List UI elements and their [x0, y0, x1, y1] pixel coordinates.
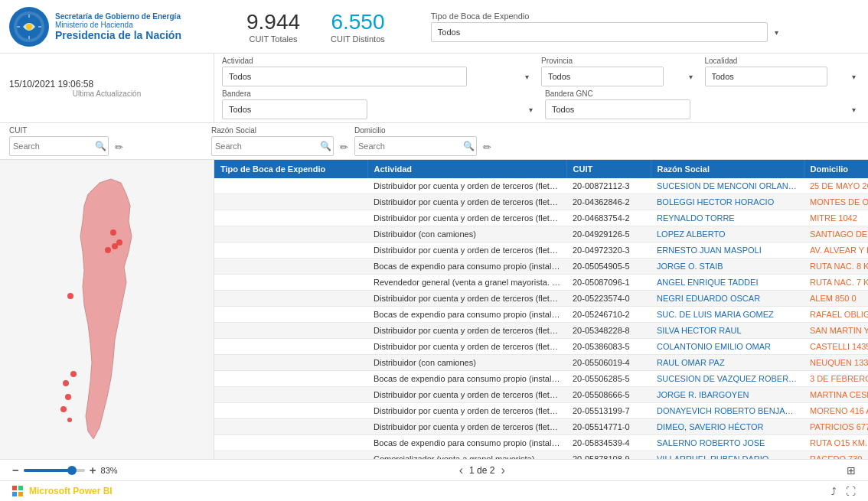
table-row: Bocas de expendio para consumo propio (i… — [214, 371, 868, 387]
cell-cuit: 20-05514771-0 — [566, 419, 651, 435]
zoom-thumb[interactable] — [67, 466, 77, 475]
localidad-label: Localidad — [705, 57, 861, 65]
cell-razon: RAUL OMAR PAZ — [651, 355, 804, 371]
cell-tipo — [214, 419, 367, 435]
datetime: 15/10/2021 19:06:58 — [9, 79, 204, 89]
provincia-select[interactable]: Todos — [541, 67, 664, 86]
cell-domicilio: MARTINA CESPEDES 240 0 — [804, 387, 868, 403]
cell-domicilio: ALEM 850 0 — [804, 291, 868, 307]
cell-cuit: 20-04929126-5 — [566, 226, 651, 242]
fullscreen-icon[interactable]: ⛶ — [846, 486, 856, 497]
cell-tipo — [214, 355, 367, 371]
cell-razon: REYNALDO TORRE — [651, 210, 804, 226]
zoom-controls: − + 83% — [12, 464, 118, 477]
provincia-dropdown-wrapper[interactable]: Todos — [541, 67, 697, 86]
cell-razon: LOPEZ ALBERTO — [651, 226, 804, 242]
cell-razon: SALERNO ROBERTO JOSE — [651, 435, 804, 451]
cell-actividad: Distribuidor por cuenta y orden de terce… — [367, 339, 566, 355]
cell-cuit: 20-05087096-1 — [566, 275, 651, 291]
col-tipo: Tipo de Boca de Expendio — [214, 160, 367, 178]
domicilio-search-input[interactable] — [358, 142, 462, 151]
cell-domicilio: RUTA O15 KM. 3 - OSVALDO MAGNA — [804, 435, 868, 451]
table-row: Distribuidor por cuenta y orden de terce… — [214, 419, 868, 435]
table-row: Distribuidor por cuenta y orden de terce… — [214, 242, 868, 259]
zoom-slider[interactable] — [24, 469, 85, 472]
col-razon: Razón Social — [651, 160, 804, 178]
cell-tipo — [214, 178, 367, 194]
cell-actividad: Bocas de expendio para consumo propio (i… — [367, 307, 566, 323]
actividad-dropdown-wrapper[interactable]: Todos — [222, 67, 534, 86]
bandera-dropdown-wrapper[interactable]: Todos — [222, 99, 537, 119]
table-row: Distribuidor por cuenta y orden de terce… — [214, 387, 868, 403]
bandera-gnc-select[interactable]: Todos — [545, 99, 690, 119]
cell-razon: ERNESTO JUAN MASPOLI — [651, 242, 804, 259]
cell-cuit: 20-04972320-3 — [566, 242, 651, 259]
edit-icon-razon[interactable]: ✏ — [340, 142, 348, 153]
cell-actividad: Bocas de expendio para consumo propio (i… — [367, 259, 566, 275]
cell-actividad: Distribuidor por cuenta y orden de terce… — [367, 210, 566, 226]
cell-razon: SILVA HECTOR RAUL — [651, 323, 804, 339]
powerbi-link[interactable]: Microsoft Power BI — [29, 486, 113, 496]
cell-cuit: 20-04683754-2 — [566, 210, 651, 226]
bandera-gnc-dropdown-wrapper[interactable]: Todos — [545, 99, 860, 119]
footer-icons: ⤴ ⛶ — [831, 486, 856, 497]
grid-view-icon[interactable]: ⊞ — [847, 464, 856, 477]
razon-search-wrapper[interactable]: 🔍 — [211, 136, 334, 156]
edit-icon-cuit[interactable]: ✏ — [115, 142, 123, 153]
edit-icon-domicilio[interactable]: ✏ — [483, 142, 491, 153]
windows-logo — [12, 486, 23, 496]
svg-point-13 — [67, 418, 72, 422]
cuit-search-input[interactable] — [13, 142, 93, 151]
cell-actividad: Distribuidor (con camiones) — [367, 355, 566, 371]
col-cuit: CUIT — [566, 160, 651, 178]
cell-razon: VILLARRUEL RUBEN DARIO — [651, 451, 804, 460]
actividad-select[interactable]: Todos — [222, 67, 467, 86]
bandera-select[interactable]: Todos — [222, 99, 367, 119]
cell-cuit: 20-05506285-5 — [566, 371, 651, 387]
table-row: Bocas de expendio para consumo propio (i… — [214, 435, 868, 451]
bandera-label: Bandera — [222, 89, 537, 98]
cell-tipo — [214, 339, 367, 355]
table-row: Distribuidor por cuenta y orden de terce… — [214, 403, 868, 419]
data-table: Tipo de Boca de Expendio Actividad CUIT … — [214, 160, 868, 459]
table-row: Distribuidor por cuenta y orden de terce… — [214, 178, 868, 194]
localidad-dropdown-wrapper[interactable]: Todos — [705, 67, 861, 86]
domicilio-search-wrapper[interactable]: 🔍 — [354, 136, 477, 156]
prev-page-btn[interactable]: ‹ — [459, 464, 463, 477]
bandera-gnc-label: Bandera GNC — [545, 89, 860, 98]
razon-search-label: Razón Social — [211, 126, 334, 135]
localidad-select[interactable]: Todos — [705, 67, 827, 86]
cell-domicilio: MONTES DE OCA 345 7°P DTO. B 0 — [804, 194, 868, 210]
zoom-minus-btn[interactable]: − — [12, 464, 19, 477]
cell-razon: JORGE O. STAIB — [651, 259, 804, 275]
svg-point-4 — [110, 229, 116, 236]
cell-tipo — [214, 259, 367, 275]
cell-actividad: Distribuidor por cuenta y orden de terce… — [367, 403, 566, 419]
map-panel — [0, 160, 214, 459]
table-row: Revendedor general (venta a granel mayor… — [214, 275, 868, 291]
share-icon[interactable]: ⤴ — [831, 486, 837, 497]
tipo-boca-dropdown-wrapper[interactable]: Todos — [431, 22, 783, 42]
next-page-btn[interactable]: › — [501, 464, 504, 477]
table-row: Distribuidor (con camiones) 20-04929126-… — [214, 226, 868, 242]
cell-actividad: Bocas de expendio para consumo propio (i… — [367, 371, 566, 387]
cuit-search-wrapper[interactable]: 🔍 — [9, 136, 109, 156]
cuit-search-label: CUIT — [9, 126, 109, 135]
tipo-boca-select[interactable]: Todos — [431, 22, 768, 42]
zoom-plus-btn[interactable]: + — [90, 464, 96, 477]
gov-title: Secretaría de Gobierno de Energía Minist… — [55, 12, 181, 41]
cell-razon: NEGRI EDUARDO OSCAR — [651, 291, 804, 307]
razon-search-input[interactable] — [215, 142, 318, 151]
cell-cuit: 20-05348228-8 — [566, 323, 651, 339]
cell-domicilio: SANTIAGO DEL ESTERO 931 — [804, 226, 868, 242]
cell-tipo — [214, 291, 367, 307]
domicilio-search-label: Domicilio — [354, 126, 477, 135]
cell-domicilio: MORENO 416 ACLARACION: LOCALI — [804, 403, 868, 419]
cell-tipo — [214, 387, 367, 403]
table-row: Distribuidor por cuenta y orden de terce… — [214, 210, 868, 226]
table-row: Bocas de expendio para consumo propio (i… — [214, 307, 868, 323]
cell-actividad: Distribuidor por cuenta y orden de terce… — [367, 387, 566, 403]
cuit-totales-stat: 9.944 CUIT Totales — [246, 10, 300, 44]
cell-domicilio: RUTA NAC. 7 KM. 139.6 0 — [804, 275, 868, 291]
svg-point-12 — [60, 406, 67, 412]
